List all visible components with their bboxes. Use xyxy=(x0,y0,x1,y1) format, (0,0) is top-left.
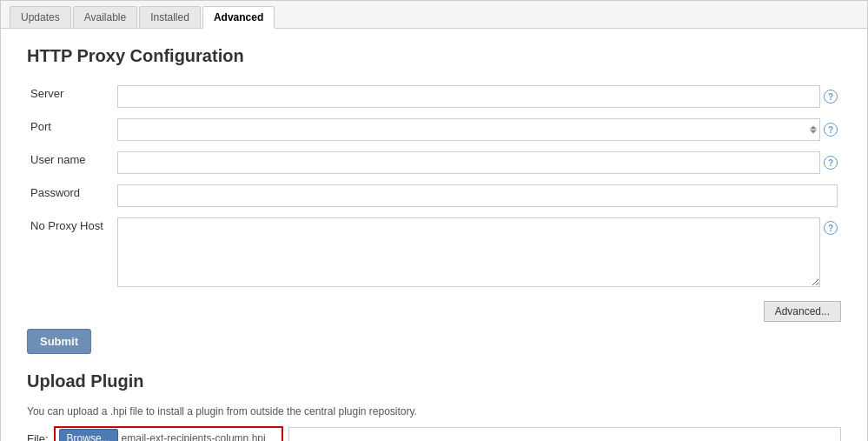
content-area: HTTP Proxy Configuration Server ? Port xyxy=(1,29,867,441)
port-input-cell: ? xyxy=(114,113,841,146)
upload-section-title: Upload Plugin xyxy=(27,371,841,391)
page-wrapper: Updates Available Installed Advanced HTT… xyxy=(0,0,868,441)
server-label: Server xyxy=(27,80,114,113)
port-row: Port ? xyxy=(27,113,841,146)
file-input-container xyxy=(288,427,841,441)
tab-installed[interactable]: Installed xyxy=(139,6,201,28)
browse-button[interactable]: Browse... xyxy=(59,429,118,441)
proxy-section-title: HTTP Proxy Configuration xyxy=(27,46,841,66)
password-input[interactable] xyxy=(117,184,838,207)
file-label: File: xyxy=(27,432,49,442)
no-proxy-host-label: No Proxy Host xyxy=(27,212,114,292)
upload-description: You can upload a .hpi file to install a … xyxy=(27,405,841,418)
no-proxy-host-textarea[interactable] xyxy=(117,217,820,287)
no-proxy-host-row: No Proxy Host ? xyxy=(27,212,841,292)
username-help-icon[interactable]: ? xyxy=(824,156,838,170)
server-input-cell: ? xyxy=(114,80,841,113)
server-help-icon[interactable]: ? xyxy=(824,90,838,104)
submit-button[interactable]: Submit xyxy=(27,329,91,354)
password-label: Password xyxy=(27,179,114,212)
tab-updates[interactable]: Updates xyxy=(10,6,71,28)
file-input-wrapper: Browse... email-ext-recipients-column.hp… xyxy=(54,426,283,441)
port-spinner-up[interactable] xyxy=(810,126,817,130)
advanced-button[interactable]: Advanced... xyxy=(764,301,841,322)
file-row: File: Browse... email-ext-recipients-col… xyxy=(27,426,841,441)
port-help-icon[interactable]: ? xyxy=(824,123,838,137)
password-row: Password xyxy=(27,179,841,212)
username-label: User name xyxy=(27,146,114,179)
tabs-bar: Updates Available Installed Advanced xyxy=(1,1,867,29)
no-proxy-host-input-cell: ? xyxy=(114,212,841,292)
server-input[interactable] xyxy=(117,85,820,108)
port-spinner-down[interactable] xyxy=(810,130,817,134)
password-input-cell xyxy=(114,179,841,212)
no-proxy-host-help-icon[interactable]: ? xyxy=(824,221,838,235)
port-spinner[interactable] xyxy=(810,126,817,134)
server-row: Server ? xyxy=(27,80,841,113)
tab-available[interactable]: Available xyxy=(73,6,137,28)
username-input-cell: ? xyxy=(114,146,841,179)
advanced-button-row: Advanced... xyxy=(27,301,841,322)
proxy-form-table: Server ? Port xyxy=(27,80,841,292)
tab-advanced[interactable]: Advanced xyxy=(202,6,275,29)
username-row: User name ? xyxy=(27,146,841,179)
port-input[interactable] xyxy=(117,118,820,141)
port-input-wrapper xyxy=(117,118,820,141)
port-label: Port xyxy=(27,113,114,146)
file-name-display: email-ext-recipients-column.hpi xyxy=(122,432,278,441)
username-input[interactable] xyxy=(117,151,820,174)
